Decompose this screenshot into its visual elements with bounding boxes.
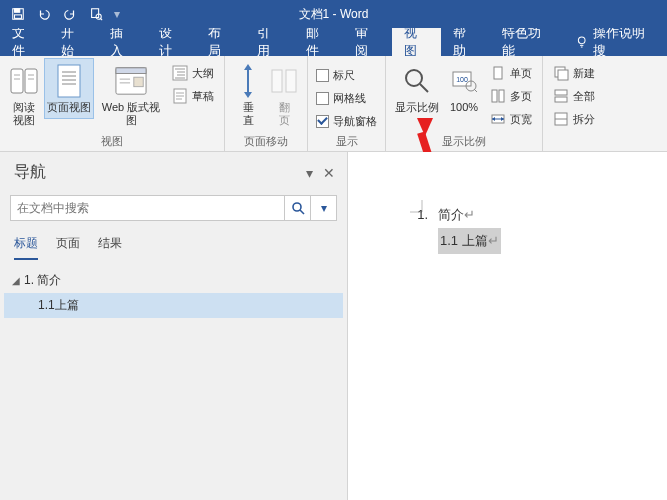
svg-text:100: 100 (456, 76, 468, 83)
svg-rect-24 (134, 77, 143, 86)
svg-rect-3 (92, 9, 99, 18)
svg-rect-21 (116, 68, 146, 74)
svg-line-40 (420, 84, 428, 92)
tab-layout[interactable]: 布局 (196, 28, 245, 56)
nav-search-dropdown-icon[interactable]: ▾ (310, 196, 336, 220)
side-to-side-button[interactable]: 翻 页 (267, 58, 301, 132)
svg-rect-2 (15, 15, 22, 19)
read-mode-button[interactable]: 阅读 视图 (6, 58, 42, 132)
outline-button[interactable]: 大纲 (168, 62, 218, 84)
nav-tab-results[interactable]: 结果 (98, 231, 122, 260)
svg-rect-9 (11, 69, 23, 93)
svg-rect-54 (555, 90, 567, 95)
zoom-button[interactable]: 显示比例 (392, 58, 442, 119)
svg-rect-37 (272, 70, 282, 92)
tab-design[interactable]: 设计 (147, 28, 196, 56)
group-window: 新建 全部 拆分 (543, 56, 605, 151)
paragraph-mark-icon: ↵ (488, 233, 499, 248)
tab-home[interactable]: 开始 (49, 28, 98, 56)
svg-rect-45 (494, 67, 502, 79)
svg-rect-55 (555, 97, 567, 102)
svg-rect-10 (25, 69, 37, 93)
tab-view[interactable]: 视图 (392, 28, 441, 56)
nav-heading-item[interactable]: ◢ 1. 简介 (4, 268, 343, 293)
tell-me-label: 操作说明搜 (593, 24, 655, 60)
tab-references[interactable]: 引用 (245, 28, 294, 56)
svg-rect-47 (499, 90, 504, 102)
undo-button[interactable] (32, 3, 56, 25)
ribbon: 阅读 视图 页面视图 Web 版式视图 大纲 草稿 视图 (0, 56, 667, 152)
doc-heading-2[interactable]: 1.1 上篇↵ (408, 228, 667, 254)
zoom-100-button[interactable]: 100 100% (444, 58, 484, 119)
arrange-all-button[interactable]: 全部 (549, 85, 599, 107)
svg-rect-38 (286, 70, 296, 92)
heading-text: 简介 (438, 202, 464, 228)
svg-rect-53 (558, 70, 568, 80)
navigation-pane: 导航 ▾ ✕ ▾ 标题 页面 结果 ◢ 1. 简介 1.1上篇 (0, 152, 348, 500)
page-width-button[interactable]: 页宽 (486, 108, 536, 130)
redo-button[interactable] (58, 3, 82, 25)
multi-page-button[interactable]: 多页 (486, 85, 536, 107)
group-show-label: 显示 (314, 132, 379, 151)
new-window-label: 新建 (573, 66, 595, 81)
print-layout-button[interactable]: 页面视图 (44, 58, 94, 119)
title-bar: ▾ 文档1 - Word (0, 0, 667, 28)
nav-heading-text: 1. 简介 (24, 272, 61, 289)
print-preview-button[interactable] (84, 3, 108, 25)
nav-search-go-icon[interactable] (284, 196, 310, 220)
multi-page-label: 多页 (510, 89, 532, 104)
nav-pane-title: 导航 (14, 162, 46, 183)
split-label: 拆分 (573, 112, 595, 127)
qat-customize-icon[interactable]: ▾ (114, 7, 120, 21)
svg-line-44 (474, 89, 477, 92)
group-views-label: 视图 (6, 132, 218, 151)
svg-point-39 (406, 70, 422, 86)
collapse-icon[interactable]: ◢ (12, 275, 22, 286)
ribbon-tabs: 文件 开始 插入 设计 布局 引用 邮件 审阅 视图 帮助 特色功能 操作说明搜 (0, 28, 667, 56)
tab-file[interactable]: 文件 (0, 28, 49, 56)
svg-line-5 (100, 18, 102, 20)
tab-review[interactable]: 审阅 (343, 28, 392, 56)
nav-tabs: 标题 页面 结果 (0, 227, 347, 260)
svg-marker-35 (244, 64, 252, 70)
document-area[interactable]: 1. 简介↵ 1.1 上篇↵ (348, 152, 667, 500)
nav-pane-close-icon[interactable]: ✕ (323, 165, 335, 181)
svg-rect-1 (15, 9, 20, 13)
tab-features[interactable]: 特色功能 (490, 28, 564, 56)
group-show: 标尺 网格线 导航窗格 显示 (308, 56, 386, 151)
tell-me-search[interactable]: 操作说明搜 (563, 28, 667, 56)
svg-rect-46 (492, 90, 497, 102)
group-zoom-label: 显示比例 (392, 132, 536, 151)
split-button[interactable]: 拆分 (549, 108, 599, 130)
nav-pane-label: 导航窗格 (333, 114, 377, 129)
one-page-button[interactable]: 单页 (486, 62, 536, 84)
save-button[interactable] (6, 3, 30, 25)
gridlines-label: 网格线 (333, 91, 366, 106)
group-zoom: 显示比例 100 100% 单页 多页 页宽 显示比例 (386, 56, 543, 151)
paragraph-mark-icon: ↵ (464, 202, 475, 228)
nav-heading-item[interactable]: 1.1上篇 (4, 293, 343, 318)
tab-insert[interactable]: 插入 (98, 28, 147, 56)
draft-button[interactable]: 草稿 (168, 85, 218, 107)
vertical-button[interactable]: 垂 直 (231, 58, 265, 132)
lightbulb-icon (575, 35, 588, 49)
heading-text: 1.1 上篇 (440, 233, 488, 248)
tab-help[interactable]: 帮助 (441, 28, 490, 56)
nav-pane-options-icon[interactable]: ▾ (306, 165, 313, 181)
arrange-all-label: 全部 (573, 89, 595, 104)
tab-mailings[interactable]: 邮件 (294, 28, 343, 56)
nav-heading-text: 1.1上篇 (38, 297, 79, 314)
ruler-checkbox[interactable]: 标尺 (314, 64, 379, 86)
nav-tab-headings[interactable]: 标题 (14, 231, 38, 260)
gridlines-checkbox[interactable]: 网格线 (314, 87, 379, 109)
document-title: 文档1 - Word (299, 6, 369, 23)
nav-headings-list: ◢ 1. 简介 1.1上篇 (0, 260, 347, 326)
nav-tab-pages[interactable]: 页面 (56, 231, 80, 260)
navigation-pane-checkbox[interactable]: 导航窗格 (314, 110, 379, 132)
outline-label: 大纲 (192, 66, 214, 81)
web-layout-button[interactable]: Web 版式视图 (96, 58, 166, 132)
page-width-label: 页宽 (510, 112, 532, 127)
list-number: 1. (408, 202, 428, 228)
new-window-button[interactable]: 新建 (549, 62, 599, 84)
doc-heading-1[interactable]: 1. 简介↵ (408, 202, 667, 228)
